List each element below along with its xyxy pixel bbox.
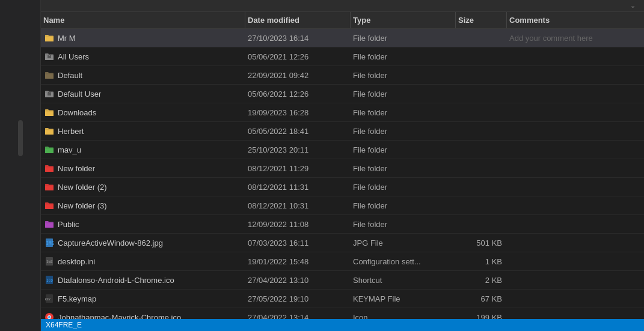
table-row[interactable]: INI desktop.ini 19/01/2022 15:48 Configu… [41,252,644,271]
file-date-cell: 08/12/2021 10:31 [245,196,351,214]
file-size-cell [456,85,507,103]
file-name-label: Mr M [58,34,76,43]
file-name-cell: Johnathanmac-Mavrick-Chrome.ico [41,308,245,319]
table-row[interactable]: Public 12/09/2022 11:08 File folder [41,215,644,234]
svg-text:ICO: ICO [46,278,53,282]
folder-lock-icon [44,89,54,99]
table-row[interactable]: Herbert 05/05/2022 18:41 File folder [41,122,644,141]
file-name-label: mav_u [58,145,81,154]
file-name-label: Public [58,220,79,229]
svg-point-13 [48,316,51,318]
file-type-cell: File folder [351,103,456,121]
file-name-label: Default [58,71,82,80]
table-row[interactable]: Default 22/09/2021 09:42 File folder [41,66,644,85]
file-img-icon: IMG [44,238,54,247]
table-row[interactable]: Mr M 27/10/2023 16:14 File folder Add yo… [41,29,644,47]
file-name-cell: IMG CaptureActiveWindow-862.jpg [41,234,245,252]
file-size-cell [456,196,507,214]
file-size-cell: 1 KB [456,252,507,270]
column-header-comments[interactable]: Comments [507,12,644,28]
file-comments-cell: Add your comment here [507,29,644,47]
file-list: Mr M 27/10/2023 16:14 File folder Add yo… [41,29,644,319]
file-date-cell: 05/05/2022 18:41 [245,122,351,140]
column-header-name[interactable]: Name [41,12,245,28]
file-type-cell: File folder [351,122,456,140]
file-name-cell: Default User [41,85,245,103]
file-date-cell: 12/09/2022 11:08 [245,215,351,233]
table-row[interactable]: Downloads 19/09/2023 16:28 File folder [41,103,644,122]
file-name-cell: KEY F5.keymap [41,290,245,308]
folder-lock-icon [44,52,54,61]
file-date-cell: 27/04/2022 13:14 [245,308,351,319]
sidebar-scrollbar[interactable] [18,120,23,156]
file-comments-cell [507,122,644,140]
table-row[interactable]: New folder 08/12/2021 11:29 File folder [41,159,644,178]
column-header-date[interactable]: Date modified [245,12,351,28]
file-date-cell: 19/01/2022 15:48 [245,252,351,270]
table-row[interactable]: IMG CaptureActiveWindow-862.jpg 07/03/20… [41,234,644,252]
file-comments-cell [507,308,644,319]
file-name-label: CaptureActiveWindow-862.jpg [58,238,163,247]
file-date-cell: 07/03/2023 16:11 [245,234,351,252]
file-size-cell [456,141,507,159]
file-name-label: Default User [58,90,101,99]
file-name-cell: Public [41,215,245,233]
file-type-cell: File folder [351,66,456,84]
column-header-type[interactable]: Type [351,12,456,28]
file-type-cell: File folder [351,47,456,65]
file-size-cell [456,159,507,177]
table-row[interactable]: ICO Dtafalonso-Android-L-Chrome.ico 27/0… [41,271,644,290]
table-row[interactable]: mav_u 25/10/2023 20:11 File folder [41,141,644,159]
folder-dark-icon [44,70,54,80]
file-size-cell: 199 KB [456,308,507,319]
folder-yellow-icon [44,108,54,117]
table-header: Name Date modified Type Size Comments [41,12,644,29]
file-comments-cell [507,252,644,270]
folder-yellow-icon [44,33,54,43]
file-size-cell [456,103,507,121]
file-comments-cell [507,271,644,289]
file-date-cell: 05/06/2021 12:26 [245,47,351,65]
table-row[interactable]: Johnathanmac-Mavrick-Chrome.ico 27/04/20… [41,308,644,319]
status-label: X64FRE_E [46,321,82,329]
table-row[interactable]: All Users 05/06/2021 12:26 File folder [41,47,644,66]
table-row[interactable]: Default User 05/06/2021 12:26 File folde… [41,85,644,103]
file-name-label: All Users [58,52,89,61]
sidebar [0,0,41,331]
file-name-label: desktop.ini [58,257,95,266]
file-type-cell: Icon [351,308,456,319]
table-row[interactable]: New folder (2) 08/12/2021 11:31 File fol… [41,178,644,196]
file-chrome-icon [44,312,54,319]
file-type-cell: File folder [351,85,456,103]
folder-green-icon [44,145,54,154]
file-size-cell [456,47,507,65]
file-type-cell: JPG File [351,234,456,252]
file-type-cell: KEYMAP File [351,290,456,308]
file-comments-cell [507,178,644,196]
svg-rect-1 [48,93,51,96]
file-date-cell: 25/10/2023 20:11 [245,141,351,159]
file-comments-cell [507,159,644,177]
folder-red-icon [44,163,54,173]
file-date-cell: 08/12/2021 11:31 [245,178,351,196]
file-name-label: F5.keymap [58,294,96,303]
file-name-label: Johnathanmac-Mavrick-Chrome.ico [58,313,181,320]
file-name-cell: ICO Dtafalonso-Android-L-Chrome.ico [41,271,245,289]
file-comments-cell [507,234,644,252]
file-type-cell: Configuration sett... [351,252,456,270]
top-bar: ⌄ [41,0,644,12]
table-row[interactable]: New folder (3) 08/12/2021 10:31 File fol… [41,196,644,215]
file-keymap-icon: KEY [44,294,54,303]
file-name-cell: All Users [41,47,245,65]
file-size-cell: 501 KB [456,234,507,252]
column-header-size[interactable]: Size [456,12,507,28]
file-name-cell: INI desktop.ini [41,252,245,270]
file-name-label: New folder [58,164,95,173]
file-type-cell: File folder [351,141,456,159]
table-row[interactable]: KEY F5.keymap 27/05/2022 19:10 KEYMAP Fi… [41,290,644,308]
file-name-cell: Herbert [41,122,245,140]
file-comments-cell [507,141,644,159]
file-name-label: New folder (3) [58,201,107,210]
file-name-cell: Mr M [41,29,245,47]
file-size-cell [456,215,507,233]
